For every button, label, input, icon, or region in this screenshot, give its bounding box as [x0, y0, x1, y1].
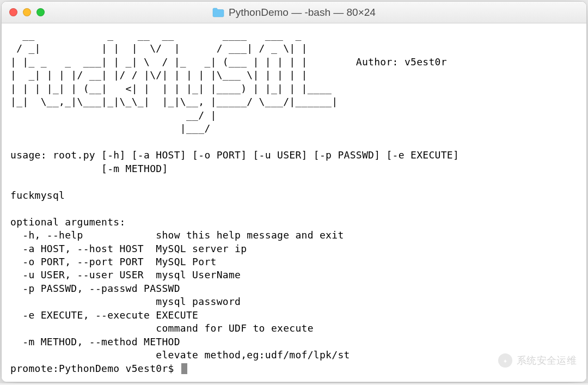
- shell-prompt: promote:PythonDemo v5est0r$: [10, 363, 180, 374]
- terminal-body[interactable]: __ _ __ __ ____ ___ _ / _| | | | \/ | / …: [2, 23, 586, 382]
- terminal-window: PythonDemo — -bash — 80×24 __ _ __ __ __…: [1, 1, 587, 382]
- close-button[interactable]: [9, 8, 17, 16]
- option-passwd: -p PASSWD, --passwd PASSWD: [10, 283, 180, 294]
- option-execute-desc: command for UDF to execute: [10, 322, 314, 334]
- option-port: -o PORT, --port PORT MySQL Port: [10, 256, 217, 267]
- option-host: -a HOST, --host HOST MySQL server ip: [10, 243, 247, 254]
- minimize-button[interactable]: [23, 8, 31, 16]
- window-title: PythonDemo — -bash — 80×24: [229, 7, 376, 19]
- folder-icon: [212, 8, 224, 17]
- maximize-button[interactable]: [36, 8, 45, 16]
- option-method: -m METHOD, --method METHOD: [10, 336, 180, 347]
- traffic-lights: [9, 8, 45, 16]
- watermark: ✦系统安全运维: [498, 353, 577, 368]
- option-method-desc: elevate method,eg:udf/mof/lpk/st: [10, 349, 350, 360]
- title-center: PythonDemo — -bash — 80×24: [2, 7, 586, 19]
- ascii-banner: __ _ __ __ ____ ___ _ / _| | | | \/ | / …: [10, 29, 447, 134]
- option-user: -u USER, --user USER mysql UserName: [10, 269, 241, 280]
- usage-line: usage: root.py [-h] [-a HOST] [-o PORT] …: [10, 149, 459, 161]
- option-help: -h, --help show this help message and ex…: [10, 229, 344, 241]
- option-execute: -e EXECUTE, --execute EXECUTE: [10, 309, 198, 321]
- option-passwd-desc: mysql password: [10, 296, 241, 307]
- titlebar[interactable]: PythonDemo — -bash — 80×24: [2, 2, 586, 23]
- optional-arguments-header: optional arguments:: [10, 216, 126, 228]
- usage-line: [-m METHOD]: [10, 163, 168, 174]
- program-name: fuckmysql: [10, 190, 65, 201]
- watermark-text: 系统安全运维: [517, 354, 577, 367]
- wechat-icon: ✦: [498, 353, 512, 368]
- cursor: [181, 363, 187, 374]
